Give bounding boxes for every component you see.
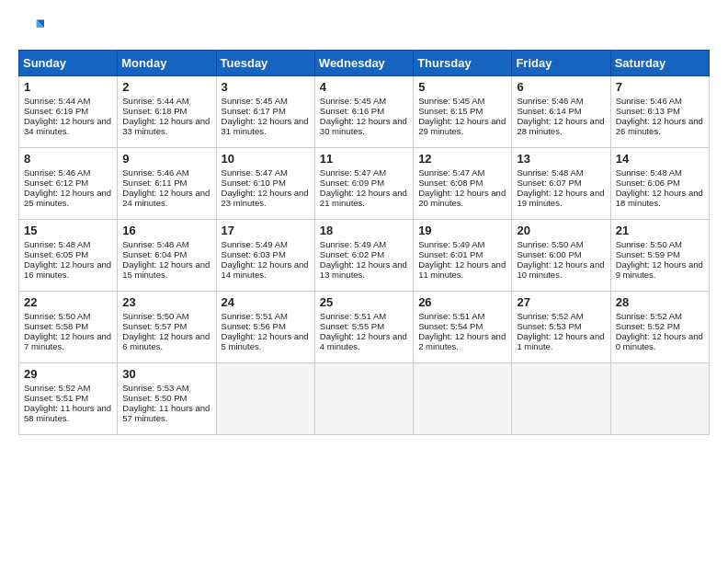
daylight-text: Daylight: 12 hours and 0 minutes.	[616, 331, 703, 351]
header-cell-sunday: Sunday	[19, 51, 118, 76]
day-number: 11	[320, 152, 408, 166]
sunset-text: Sunset: 6:16 PM	[320, 106, 384, 116]
day-cell: 11Sunrise: 5:47 AMSunset: 6:09 PMDayligh…	[314, 148, 413, 220]
daylight-text: Daylight: 12 hours and 2 minutes.	[418, 331, 506, 351]
sunset-text: Sunset: 5:51 PM	[24, 393, 88, 403]
sunrise-text: Sunrise: 5:53 AM	[122, 383, 188, 393]
daylight-text: Daylight: 12 hours and 15 minutes.	[122, 259, 210, 280]
day-number: 27	[517, 295, 605, 309]
day-number: 22	[24, 295, 112, 309]
sunrise-text: Sunrise: 5:46 AM	[517, 96, 583, 106]
sunset-text: Sunset: 6:04 PM	[122, 249, 187, 259]
day-cell	[414, 363, 512, 435]
daylight-text: Daylight: 12 hours and 7 minutes.	[24, 331, 111, 351]
day-cell: 5Sunrise: 5:45 AMSunset: 6:15 PMDaylight…	[414, 76, 512, 148]
sunrise-text: Sunrise: 5:48 AM	[24, 239, 90, 249]
daylight-text: Daylight: 12 hours and 23 minutes.	[222, 188, 309, 208]
sunrise-text: Sunrise: 5:48 AM	[517, 167, 583, 178]
daylight-text: Daylight: 12 hours and 9 minutes.	[616, 259, 703, 280]
day-cell: 10Sunrise: 5:47 AMSunset: 6:10 PMDayligh…	[216, 148, 314, 220]
sunset-text: Sunset: 6:01 PM	[418, 249, 483, 259]
day-cell: 12Sunrise: 5:47 AMSunset: 6:08 PMDayligh…	[414, 148, 512, 220]
day-cell: 9Sunrise: 5:46 AMSunset: 6:11 PMDaylight…	[118, 148, 216, 220]
daylight-text: Daylight: 12 hours and 31 minutes.	[222, 116, 309, 136]
day-number: 3	[222, 80, 310, 94]
sunrise-text: Sunrise: 5:46 AM	[122, 167, 188, 178]
daylight-text: Daylight: 12 hours and 24 minutes.	[122, 188, 210, 208]
sunset-text: Sunset: 6:19 PM	[24, 106, 88, 116]
sunrise-text: Sunrise: 5:51 AM	[222, 311, 288, 321]
calendar-table: SundayMondayTuesdayWednesdayThursdayFrid…	[18, 50, 710, 435]
day-cell: 28Sunrise: 5:52 AMSunset: 5:52 PMDayligh…	[610, 292, 709, 363]
sunset-text: Sunset: 5:53 PM	[517, 321, 581, 331]
sunrise-text: Sunrise: 5:45 AM	[222, 96, 288, 106]
day-cell: 2Sunrise: 5:44 AMSunset: 6:18 PMDaylight…	[118, 76, 216, 148]
sunrise-text: Sunrise: 5:50 AM	[24, 311, 90, 321]
day-number: 14	[616, 152, 704, 166]
sunset-text: Sunset: 5:59 PM	[616, 249, 680, 259]
sunrise-text: Sunrise: 5:46 AM	[24, 167, 90, 178]
calendar-body: 1Sunrise: 5:44 AMSunset: 6:19 PMDaylight…	[19, 76, 710, 435]
day-number: 4	[320, 80, 408, 94]
header-cell-tuesday: Tuesday	[216, 51, 314, 76]
sunrise-text: Sunrise: 5:44 AM	[122, 96, 188, 106]
day-cell: 21Sunrise: 5:50 AMSunset: 5:59 PMDayligh…	[610, 220, 709, 292]
sunset-text: Sunset: 6:05 PM	[24, 249, 88, 259]
day-number: 23	[122, 295, 210, 309]
sunset-text: Sunset: 6:12 PM	[24, 178, 88, 188]
day-number: 18	[320, 224, 408, 237]
day-number: 12	[418, 152, 506, 166]
sunrise-text: Sunrise: 5:50 AM	[517, 239, 583, 249]
week-row-1: 1Sunrise: 5:44 AMSunset: 6:19 PMDaylight…	[19, 76, 710, 148]
sunrise-text: Sunrise: 5:49 AM	[320, 239, 386, 249]
daylight-text: Daylight: 12 hours and 5 minutes.	[222, 331, 309, 351]
sunrise-text: Sunrise: 5:52 AM	[24, 383, 90, 393]
day-cell	[216, 363, 314, 435]
sunset-text: Sunset: 6:18 PM	[122, 106, 187, 116]
daylight-text: Daylight: 11 hours and 58 minutes.	[24, 403, 111, 423]
week-row-3: 15Sunrise: 5:48 AMSunset: 6:05 PMDayligh…	[19, 220, 710, 292]
sunrise-text: Sunrise: 5:51 AM	[320, 311, 386, 321]
day-cell: 6Sunrise: 5:46 AMSunset: 6:14 PMDaylight…	[512, 76, 610, 148]
week-row-2: 8Sunrise: 5:46 AMSunset: 6:12 PMDaylight…	[19, 148, 710, 220]
sunset-text: Sunset: 6:11 PM	[122, 178, 187, 188]
sunset-text: Sunset: 5:55 PM	[320, 321, 384, 331]
day-cell: 14Sunrise: 5:48 AMSunset: 6:06 PMDayligh…	[610, 148, 709, 220]
daylight-text: Daylight: 12 hours and 16 minutes.	[24, 259, 111, 280]
sunset-text: Sunset: 6:06 PM	[616, 178, 680, 188]
daylight-text: Daylight: 12 hours and 28 minutes.	[517, 116, 604, 136]
sunset-text: Sunset: 5:56 PM	[222, 321, 286, 331]
sunset-text: Sunset: 6:15 PM	[418, 106, 483, 116]
sunset-text: Sunset: 6:03 PM	[222, 249, 286, 259]
sunrise-text: Sunrise: 5:45 AM	[418, 96, 484, 106]
sunrise-text: Sunrise: 5:52 AM	[616, 311, 682, 321]
daylight-text: Daylight: 12 hours and 18 minutes.	[616, 188, 703, 208]
day-number: 8	[24, 152, 112, 166]
day-number: 30	[122, 367, 210, 381]
sunset-text: Sunset: 5:58 PM	[24, 321, 88, 331]
sunrise-text: Sunrise: 5:51 AM	[418, 311, 484, 321]
sunset-text: Sunset: 5:57 PM	[122, 321, 187, 331]
sunrise-text: Sunrise: 5:48 AM	[122, 239, 188, 249]
day-number: 9	[122, 152, 210, 166]
day-number: 6	[517, 80, 605, 94]
day-cell: 3Sunrise: 5:45 AMSunset: 6:17 PMDaylight…	[216, 76, 314, 148]
day-number: 10	[222, 152, 310, 166]
sunrise-text: Sunrise: 5:47 AM	[222, 167, 288, 178]
day-cell	[314, 363, 413, 435]
daylight-text: Daylight: 12 hours and 26 minutes.	[616, 116, 703, 136]
sunrise-text: Sunrise: 5:45 AM	[320, 96, 386, 106]
day-number: 19	[418, 224, 506, 237]
sunset-text: Sunset: 6:14 PM	[517, 106, 581, 116]
day-cell: 18Sunrise: 5:49 AMSunset: 6:02 PMDayligh…	[314, 220, 413, 292]
sunset-text: Sunset: 6:13 PM	[616, 106, 680, 116]
daylight-text: Daylight: 12 hours and 21 minutes.	[320, 188, 407, 208]
day-number: 25	[320, 295, 408, 309]
header-cell-friday: Friday	[512, 51, 610, 76]
daylight-text: Daylight: 12 hours and 10 minutes.	[517, 259, 604, 280]
header	[18, 15, 710, 40]
daylight-text: Daylight: 11 hours and 57 minutes.	[122, 403, 210, 423]
sunset-text: Sunset: 5:52 PM	[616, 321, 680, 331]
sunset-text: Sunset: 5:50 PM	[122, 393, 187, 403]
daylight-text: Daylight: 12 hours and 34 minutes.	[24, 116, 111, 136]
